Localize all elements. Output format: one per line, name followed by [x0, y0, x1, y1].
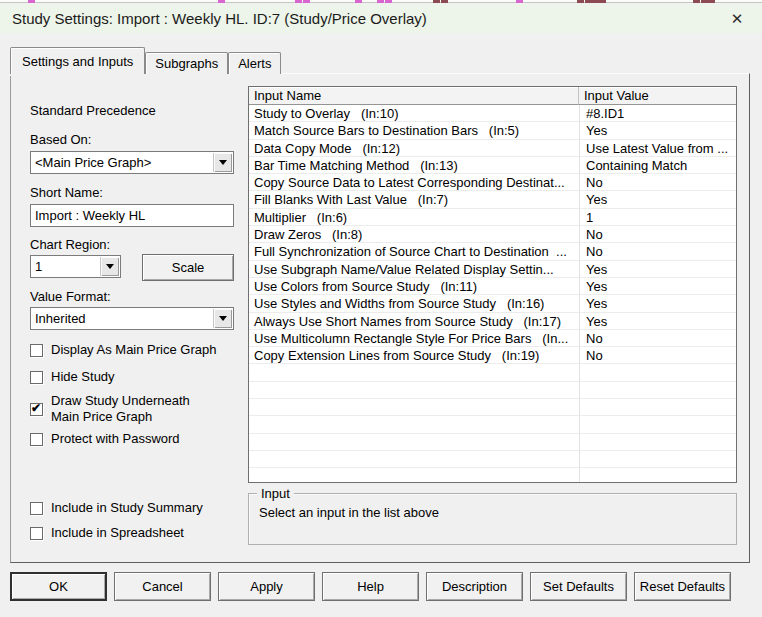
chart-tick — [218, 0, 225, 3]
checkbox-protect-with-password[interactable]: ✔ Protect with Password — [30, 429, 245, 449]
description-button[interactable]: Description — [426, 572, 523, 601]
input-value-cell — [579, 434, 736, 451]
chart-region-select[interactable]: 1 — [30, 255, 121, 278]
chart-region-label: Chart Region: — [30, 237, 110, 252]
value-format-select[interactable]: Inherited — [30, 307, 234, 330]
chart-tick — [377, 0, 384, 3]
based-on-label: Based On: — [30, 132, 91, 147]
checkbox-hide-study[interactable]: ✔ Hide Study — [30, 367, 245, 387]
help-button[interactable]: Help — [322, 572, 419, 601]
checkbox-label: Protect with Password — [51, 431, 180, 447]
checkbox-display-as-main-price-graph[interactable]: ✔ Display As Main Price Graph — [30, 340, 245, 360]
input-name-cell: Use Colors from Source Study (In:11) — [249, 278, 579, 295]
tab-label: Settings and Inputs — [22, 54, 133, 69]
short-name-input[interactable] — [30, 204, 234, 227]
input-value-cell: 1 — [579, 209, 736, 226]
table-row[interactable]: Bar Time Matching Method (In:13) Contain… — [249, 157, 736, 174]
checkbox-include-in-study-summary[interactable]: ✔ Include in Study Summary — [30, 498, 245, 518]
scale-button[interactable]: Scale — [142, 254, 234, 281]
input-value-cell: Yes — [579, 278, 736, 295]
chart-tick — [516, 0, 523, 3]
input-name-cell: Use Multicolumn Rectangle Style For Pric… — [249, 330, 579, 347]
chart-tick — [701, 0, 708, 3]
table-row-empty[interactable] — [249, 364, 736, 381]
input-name-cell — [249, 468, 579, 483]
table-row[interactable]: Match Source Bars to Destination Bars (I… — [249, 122, 736, 139]
input-name-cell: Draw Zeros (In:8) — [249, 226, 579, 243]
dropdown-arrow-icon[interactable] — [213, 153, 232, 172]
tab-alerts[interactable]: Alerts — [228, 52, 281, 74]
chart-tick — [441, 0, 448, 3]
chart-tick — [693, 0, 700, 3]
chart-tick — [433, 0, 440, 3]
based-on-value: <Main Price Graph> — [31, 152, 233, 172]
checkbox-label: Draw Study Underneath Main Price Graph — [51, 393, 190, 425]
table-row[interactable]: Always Use Short Names from Source Study… — [249, 313, 736, 330]
checkbox-box: ✔ — [30, 433, 43, 446]
table-row-empty[interactable] — [249, 468, 736, 483]
ok-button[interactable]: OK — [10, 572, 107, 601]
inputs-table-header: Input Name Input Value — [249, 87, 736, 105]
table-row[interactable]: Study to Overlay (In:10) #8.ID1 — [249, 105, 736, 122]
chart-tick — [295, 0, 302, 3]
input-group-box: Input Select an input in the list above — [248, 493, 737, 545]
input-value-cell: Containing Match — [579, 157, 736, 174]
table-row-empty[interactable] — [249, 451, 736, 468]
tab-strip: Settings and Inputs Subgraphs Alerts — [10, 47, 281, 74]
based-on-select[interactable]: <Main Price Graph> — [30, 151, 234, 174]
reset-defaults-button[interactable]: Reset Defaults — [634, 572, 731, 601]
table-row[interactable]: Use Subgraph Name/Value Related Display … — [249, 261, 736, 278]
dropdown-arrow-icon[interactable] — [100, 257, 119, 276]
close-icon[interactable]: ✕ — [722, 4, 752, 33]
input-value-cell: No — [579, 243, 736, 260]
input-value-cell — [579, 364, 736, 381]
table-row[interactable]: Multiplier (In:6) 1 — [249, 209, 736, 226]
table-row[interactable]: Fill Blanks With Last Value (In:7) Yes — [249, 191, 736, 208]
table-row-empty[interactable] — [249, 416, 736, 433]
input-value-cell — [579, 451, 736, 468]
title-bar: Study Settings: Import : Weekly HL. ID:7… — [0, 4, 762, 33]
table-row[interactable]: Data Copy Mode (In:12) Use Latest Value … — [249, 140, 736, 157]
value-format-label: Value Format: — [30, 289, 111, 304]
input-value-cell — [579, 382, 736, 399]
table-row-empty[interactable] — [249, 382, 736, 399]
chart-tick — [355, 0, 362, 3]
table-row-empty[interactable] — [249, 399, 736, 416]
tab-subgraphs[interactable]: Subgraphs — [145, 52, 228, 74]
dropdown-arrow-icon[interactable] — [213, 309, 232, 328]
table-row[interactable]: Copy Source Data to Latest Corresponding… — [249, 174, 736, 191]
tab-label: Alerts — [238, 56, 271, 71]
checkbox-include-in-spreadsheet[interactable]: ✔ Include in Spreadsheet — [30, 523, 245, 543]
checkbox-label: Include in Study Summary — [51, 500, 203, 516]
input-name-cell — [249, 451, 579, 468]
table-row[interactable]: Use Multicolumn Rectangle Style For Pric… — [249, 330, 736, 347]
table-row[interactable]: Use Colors from Source Study (In:11) Yes — [249, 278, 736, 295]
checkmark-icon: ✔ — [31, 402, 41, 415]
apply-button[interactable]: Apply — [218, 572, 315, 601]
table-row-empty[interactable] — [249, 434, 736, 451]
input-value-column-header[interactable]: Input Value — [579, 87, 736, 105]
table-row[interactable]: Draw Zeros (In:8) No — [249, 226, 736, 243]
input-value-cell — [579, 468, 736, 483]
input-name-cell: Match Source Bars to Destination Bars (I… — [249, 122, 579, 139]
tab-label: Subgraphs — [155, 56, 218, 71]
set-defaults-button[interactable]: Set Defaults — [530, 572, 627, 601]
table-row[interactable]: Use Styles and Widths from Source Study … — [249, 295, 736, 312]
checkbox-draw-study-underneath-main-price-graph[interactable]: ✔ Draw Study Underneath Main Price Graph — [30, 392, 245, 426]
input-value-cell: No — [579, 347, 736, 364]
short-name-label: Short Name: — [30, 185, 103, 200]
chart-tick — [577, 0, 584, 3]
dialog-title: Study Settings: Import : Weekly HL. ID:7… — [0, 10, 427, 27]
input-name-cell: Always Use Short Names from Source Study… — [249, 313, 579, 330]
checkbox-box: ✔ — [30, 527, 43, 540]
input-name-column-header[interactable]: Input Name — [249, 87, 579, 105]
input-value-cell: No — [579, 330, 736, 347]
tab-settings-and-inputs[interactable]: Settings and Inputs — [10, 47, 145, 74]
cancel-button[interactable]: Cancel — [114, 572, 211, 601]
table-row[interactable]: Full Synchronization of Source Chart to … — [249, 243, 736, 260]
input-value-cell: Use Latest Value from ... — [579, 140, 736, 157]
input-value-cell: No — [579, 174, 736, 191]
chart-tick — [28, 0, 35, 3]
input-value-cell: Yes — [579, 261, 736, 278]
table-row[interactable]: Copy Extension Lines from Source Study (… — [249, 347, 736, 364]
